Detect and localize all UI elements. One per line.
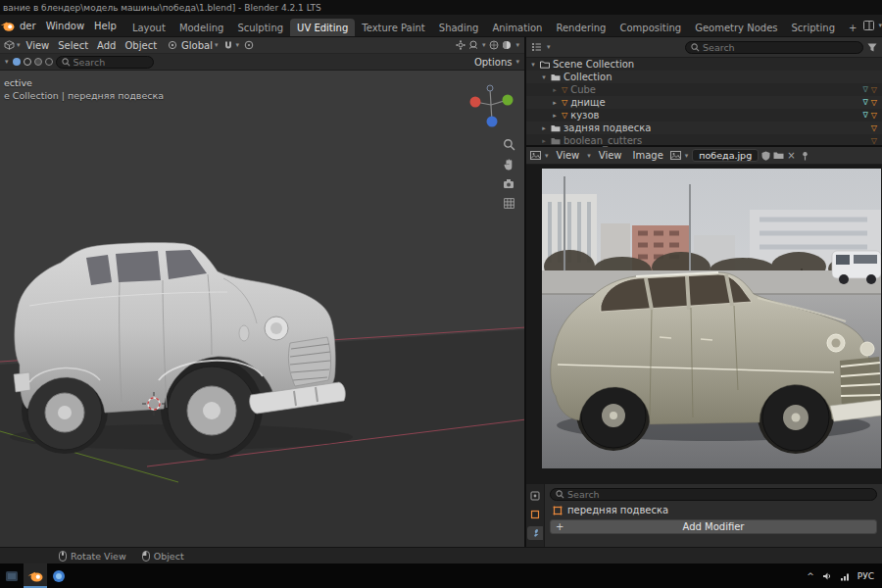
chevron-down-icon[interactable]: ▾ [546, 43, 552, 51]
proportional-edit-icon[interactable] [244, 40, 254, 50]
chevron-down-icon[interactable]: ▾ [514, 41, 520, 49]
browse-image-icon[interactable] [670, 151, 681, 160]
expand-arrow-icon[interactable]: ▾ [540, 74, 548, 81]
network-icon[interactable] [840, 571, 850, 581]
unlink-image-icon[interactable]: × [787, 150, 795, 161]
editor-type-outliner-icon[interactable] [531, 42, 542, 52]
blender-logo-icon[interactable] [0, 20, 15, 32]
orientation-dropdown[interactable]: Global [181, 40, 213, 51]
filter-icon[interactable] [867, 43, 877, 52]
menu-help[interactable]: Help [89, 21, 122, 31]
outliner-item-label[interactable]: Collection [564, 72, 612, 82]
outliner-row-boolean-cutters[interactable]: ▸ boolean_cutters ▽ [526, 134, 882, 147]
viewport-menu-select[interactable]: Select [54, 40, 92, 51]
outliner-item-label[interactable]: кузов [570, 110, 599, 121]
overlays-icon[interactable] [468, 40, 478, 50]
tab-geometry-nodes[interactable]: Geometry Nodes [688, 19, 784, 37]
expand-arrow-icon[interactable]: ▸ [551, 99, 559, 107]
tab-sculpting[interactable]: Sculpting [230, 19, 290, 37]
chevron-down-icon[interactable]: ▾ [481, 41, 487, 49]
tab-uv-editing[interactable]: UV Editing [290, 19, 355, 37]
outliner-item-label[interactable]: Scene Collection [553, 59, 634, 70]
pan-hand-icon[interactable] [502, 157, 515, 171]
image-menu-view[interactable]: View [595, 150, 626, 161]
taskbar-pinned-app-icon[interactable] [0, 564, 24, 588]
pin-icon[interactable] [801, 151, 809, 161]
chevron-down-icon[interactable]: ▾ [684, 152, 690, 160]
chevron-down-icon[interactable]: ▾ [514, 58, 520, 66]
shading-wireframe-icon[interactable] [489, 40, 499, 50]
chevron-down-icon[interactable]: ▾ [234, 41, 240, 49]
image-menu-image[interactable]: Image [629, 150, 667, 161]
editor-type-image-icon[interactable] [530, 151, 541, 160]
viewport-search-input[interactable] [74, 57, 148, 68]
tab-modeling[interactable]: Modeling [172, 19, 231, 37]
tab-scripting[interactable]: Scripting [785, 19, 842, 37]
image-name-field[interactable]: победа.jpg [692, 149, 759, 162]
tray-chevron-icon[interactable]: ^ [807, 571, 814, 581]
outliner-row-kuzov[interactable]: ▸ ▽ кузов ∇▽ [526, 109, 882, 122]
properties-tab-tool-icon[interactable] [527, 489, 543, 503]
viewport-menu-object[interactable]: Object [121, 40, 161, 51]
image-editor-mode-dropdown[interactable]: View [553, 150, 584, 161]
toggle-grid-icon[interactable] [502, 196, 515, 210]
expand-arrow-icon[interactable]: ▾ [529, 61, 537, 69]
volume-icon[interactable] [822, 571, 832, 581]
zoom-icon[interactable] [502, 137, 515, 151]
options-dropdown[interactable]: Options [474, 57, 513, 68]
menu-render[interactable]: der [15, 21, 41, 31]
taskbar-blender-icon[interactable] [24, 564, 47, 588]
shading-solid-icon[interactable] [502, 40, 512, 50]
tab-texture-paint[interactable]: Texture Paint [355, 19, 432, 37]
outliner-row-rear-suspension[interactable]: ▸ задняя подвеска ▽ [526, 122, 882, 134]
outliner-item-label[interactable]: boolean_cutters [564, 135, 642, 146]
transform-pivot-icon[interactable] [168, 40, 177, 50]
language-indicator[interactable]: РУС [858, 571, 874, 581]
chevron-down-icon[interactable]: ▾ [214, 41, 220, 49]
expand-arrow-icon[interactable]: ▸ [551, 112, 559, 120]
outliner-row-scene-collection[interactable]: ▾ Scene Collection [526, 58, 882, 71]
screen-layout-icon[interactable] [863, 21, 874, 30]
tab-layout[interactable]: Layout [125, 19, 172, 37]
camera-view-icon[interactable] [502, 176, 515, 190]
outliner-row-collection[interactable]: ▾ Collection [526, 71, 882, 83]
cursor-tool-icon[interactable] [45, 58, 53, 66]
expand-arrow-icon[interactable]: ▸ [551, 86, 559, 94]
viewport-menu-view[interactable]: View [23, 40, 54, 51]
properties-tab-object-icon[interactable] [527, 508, 543, 521]
properties-tab-modifiers-icon[interactable] [527, 526, 543, 540]
snap-magnet-icon[interactable] [223, 40, 233, 50]
open-image-folder-icon[interactable] [773, 151, 784, 160]
select-lasso-icon[interactable] [34, 58, 42, 66]
active-object-name[interactable]: передняя подвеска [567, 505, 668, 515]
tab-animation[interactable]: Animation [485, 19, 549, 37]
editor-type-3d-viewport-icon[interactable] [4, 40, 15, 50]
properties-search-input[interactable] [567, 489, 871, 500]
viewport-menu-add[interactable]: Add [93, 40, 120, 51]
show-gizmo-icon[interactable] [456, 40, 466, 50]
add-workspace-tab[interactable]: + [842, 19, 863, 37]
tab-shading[interactable]: Shading [432, 19, 486, 37]
select-circle-icon[interactable] [24, 58, 31, 66]
tab-rendering[interactable]: Rendering [549, 19, 612, 37]
menu-window[interactable]: Window [41, 21, 89, 31]
outliner-item-label[interactable]: днище [570, 97, 606, 108]
outliner-item-label[interactable]: Cube [570, 84, 596, 95]
tool-dropdown-icon[interactable]: ▾ [4, 58, 10, 66]
add-modifier-button[interactable]: + Add Modifier [550, 519, 877, 534]
outliner-search-input[interactable] [703, 42, 858, 53]
tab-compositing[interactable]: Compositing [612, 19, 688, 37]
chevron-down-icon[interactable]: ▾ [16, 41, 22, 49]
select-mode-icon[interactable] [13, 58, 21, 66]
expand-arrow-icon[interactable]: ▸ [540, 124, 548, 132]
expand-arrow-icon[interactable]: ▸ [540, 137, 548, 145]
navigation-gizmo[interactable] [466, 80, 516, 133]
chevron-down-icon[interactable]: ▾ [877, 22, 882, 29]
chevron-down-icon[interactable]: ▾ [586, 152, 592, 160]
chevron-down-icon[interactable]: ▾ [544, 152, 550, 160]
outliner-row-cube[interactable]: ▸ ▽ Cube ∇▽ [526, 83, 882, 96]
fake-user-icon[interactable] [761, 151, 770, 161]
image-editor-canvas[interactable] [526, 165, 882, 484]
taskbar-browser-icon[interactable] [47, 564, 71, 588]
outliner-row-dnishche[interactable]: ▸ ▽ днище ∇▽ [526, 96, 882, 109]
